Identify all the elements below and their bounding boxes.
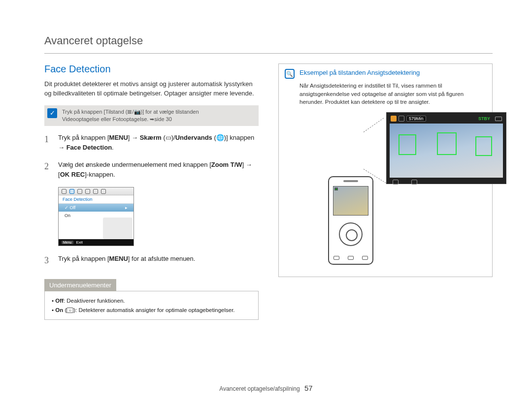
magnifier-icon: 🔍 — [285, 69, 295, 79]
menu-screenshot: Face Detection ✓ Off▸ On Menu Exit — [58, 187, 134, 246]
step-body: Tryk på knappen [MENU] → Skærm (▭)/Under… — [58, 133, 259, 152]
menu-preview-image — [103, 218, 133, 239]
face-detect-icon — [399, 116, 404, 122]
submenu-item-off: Off: Deaktiverer funktionen. — [52, 296, 251, 305]
menu-tabs — [59, 187, 133, 195]
display-status-bar: 579Min STBY — [389, 115, 504, 123]
example-title: Eksempel på tilstanden Ansigtsdetekterin… — [299, 69, 420, 76]
page-number: 57 — [304, 384, 313, 392]
tab-icon — [101, 189, 106, 194]
menu-header: Face Detection — [59, 195, 133, 204]
menu-footer: Menu Exit — [59, 239, 133, 246]
device-button-icon — [362, 256, 368, 260]
device-screen: ■ — [333, 186, 368, 216]
step-body: Vælg det ønskede undermenuelement med kn… — [58, 160, 259, 179]
submenu-item-on: On (☺): Detekterer automatisk ansigter f… — [52, 306, 251, 314]
display-popout: 579Min STBY — [386, 112, 506, 184]
face-detection-box — [475, 136, 492, 156]
divider — [44, 53, 493, 54]
tab-icon — [62, 189, 66, 194]
time-remaining: 579Min — [406, 116, 426, 122]
menu-exit-label: Exit — [76, 240, 83, 245]
page-footer: Avanceret optagelse/afspilning 57 — [0, 384, 532, 392]
device-button-icon — [348, 256, 354, 260]
section-title: Face Detection — [44, 63, 259, 75]
stby-label: STBY — [478, 116, 490, 121]
step-body: Tryk på knappen [MENU] for at afslutte m… — [58, 254, 195, 267]
display-bottom-icons — [389, 179, 504, 186]
tab-icon-active — [69, 189, 74, 194]
device-screen-label: ■ — [334, 187, 338, 190]
face-icon: ☺ — [66, 308, 73, 313]
example-text: Når Ansigtsdetektering er indstillet til… — [299, 82, 486, 106]
footer-text: Avanceret optagelse/afspilning — [219, 385, 299, 392]
device-button-icon — [333, 256, 339, 260]
menu-button-icon: Menu — [62, 241, 73, 244]
tab-icon — [93, 189, 98, 194]
face-detection-box — [437, 132, 457, 155]
example-figure: ■ 579Min — [299, 112, 486, 270]
menu-row-off: ✓ Off▸ — [59, 204, 133, 212]
step-2: 2 Vælg det ønskede undermenuelement med … — [44, 160, 259, 179]
battery-icon — [495, 117, 502, 121]
submenu-heading: Undermenuelementer — [44, 279, 116, 291]
tip-text: Tryk på knappen [Tilstand (𝌆/📷)] for at … — [62, 108, 199, 124]
face-detection-box — [399, 134, 416, 155]
tab-icon — [77, 189, 82, 194]
step-number: 2 — [44, 160, 51, 179]
tip-bar: ✓ Tryk på knappen [Tilstand (𝌆/📷)] for a… — [44, 105, 259, 126]
device-control-wheel — [339, 222, 363, 246]
display-icon — [411, 180, 417, 185]
callout-line — [364, 118, 384, 132]
device-buttons — [329, 256, 372, 260]
mode-icon — [391, 116, 397, 122]
device-illustration: ■ — [328, 176, 373, 265]
chapter-title: Avanceret optagelse — [44, 34, 493, 47]
checkmark-icon: ✓ — [47, 108, 57, 118]
intro-text: Dit produktet detekterer et motivs ansig… — [44, 80, 259, 98]
submenu-box: Off: Deaktiverer funktionen. On (☺): Det… — [44, 291, 259, 320]
tab-icon — [85, 189, 90, 194]
example-box: 🔍 Eksempel på tilstanden Ansigtsdetekter… — [278, 63, 493, 277]
step-number: 3 — [44, 254, 51, 267]
display-preview — [390, 124, 503, 178]
step-number: 1 — [44, 133, 51, 152]
step-3: 3 Tryk på knappen [MENU] for at afslutte… — [44, 254, 259, 267]
display-icon — [393, 180, 399, 185]
step-1: 1 Tryk på knappen [MENU] → Skærm (▭)/Und… — [44, 133, 259, 152]
menu-body: On — [59, 212, 133, 239]
